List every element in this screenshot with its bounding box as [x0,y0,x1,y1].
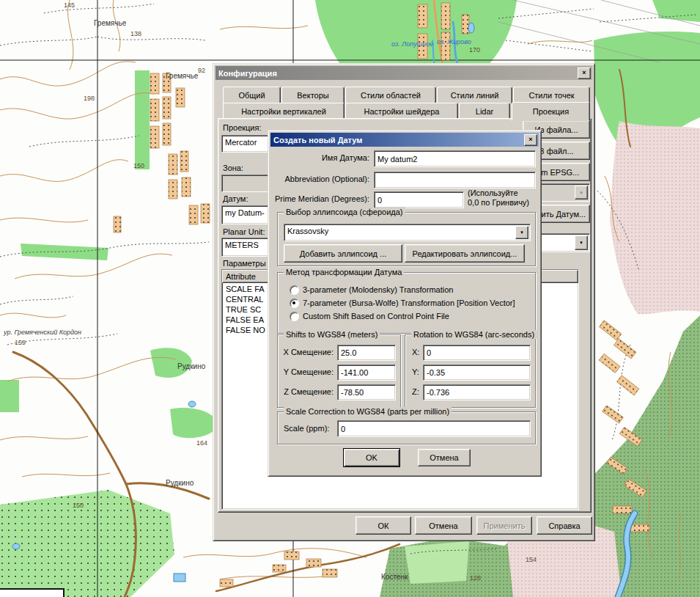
edit-ellipsoid-button[interactable]: Редактировать эллипсоид... [405,244,525,263]
rotation-group: Rotation to WGS84 (arc-seconds) X: Y: Z: [405,334,536,408]
radio-3-parameter-label[interactable]: 3-parameter (Molodensky) Transformation [303,285,453,294]
attribute-row[interactable]: FALSE NO [226,326,265,334]
map-label: ур. Гремяченский Кордон [4,329,81,336]
prime-meridian-field[interactable] [374,191,464,208]
abbreviation-label: Abbreviation (Optional): [276,175,369,183]
map-label: 159 [15,339,26,346]
radio-custom-shift[interactable] [290,312,299,321]
radio-3-parameter[interactable] [290,285,299,295]
datum-label: Датум: [223,194,248,203]
prime-meridian-label: Prime Meridian (Degrees): [271,194,369,203]
radio-custom-shift-label[interactable]: Custom Shift Based on Control Point File [303,312,449,321]
scale-field[interactable] [337,420,531,437]
shift-x-label: X Смещение: [281,348,334,356]
rotation-z-label: Z: [412,387,419,396]
scale-label: Scale (ppm): [284,424,329,433]
map-label: Гремячье [94,19,126,27]
datum-name-field[interactable] [374,150,536,167]
shift-y-label: Y Смещение: [281,367,334,376]
prime-meridian-note-line1: (Используйте [468,188,518,197]
map-label: Рудкино [177,362,205,370]
create-datum-dialog: Создать новый Датум × Имя Датума: Abbrev… [268,130,542,477]
map-label: 128 [470,574,481,582]
rotation-x-label: X: [412,348,419,356]
create-datum-title: Создать новый Датум [273,136,362,144]
projection-label: Проекция: [223,123,262,132]
transformation-method-group: Метод трансформации Датума 3-parameter (… [277,272,536,334]
config-apply-button: Применить [476,516,532,535]
datum-name-label: Имя Датума: [276,153,369,162]
prime-meridian-note-line2: 0,0 по Гринвичу) [468,198,529,207]
parameters-label: Параметры [223,259,266,268]
map-label: оз. Жирово [437,38,471,45]
rotation-group-label: Rotation to WGS84 (arc-seconds) [411,330,537,339]
attribute-row[interactable]: SCALE FA [226,285,265,293]
add-ellipsoid-button[interactable]: Добавить эллипсоид ... [284,244,402,263]
map-label: 154 [526,556,537,563]
rotation-y-label: Y: [412,367,419,376]
map-neatline-box [0,588,65,597]
map-label: Рудкино [166,479,194,487]
shift-z-label: Z Смещение: [281,387,334,396]
zone-label: Зона: [223,164,243,172]
datum-ok-button[interactable]: OK [343,448,400,467]
tab-general[interactable]: Общий [223,87,281,104]
scale-group-label: Scale Correction to WGS84 (parts per mil… [284,407,452,416]
config-ok-button[interactable]: ОК [355,516,411,535]
map-label: 145 [64,1,75,9]
map-label: 138 [130,30,141,37]
radio-7-parameter[interactable] [290,298,299,308]
planar-unit-label: Planar Unit: [223,227,265,236]
map-label: 150 [133,162,144,169]
map-label: 198 [84,95,95,102]
ellipsoid-combo[interactable]: Krassovsky ▼ [284,224,531,241]
chevron-down-icon: ▼ [575,186,588,199]
map-label: Костенк [381,573,408,581]
config-cancel-button[interactable]: Отмена [415,516,472,535]
map-label: 170 [469,46,480,54]
map-label: 164 [196,439,207,447]
ellipsoid-group: Выбор эллипсоида (сфероида) Krassovsky ▼… [277,212,536,266]
map-label: оз. Лопушное [391,40,433,48]
config-titlebar[interactable]: Конфигурация × [215,66,592,80]
config-help-button[interactable]: Справка [537,516,592,535]
scale-group: Scale Correction to WGS84 (parts per mil… [277,411,536,444]
close-icon[interactable]: × [578,67,591,79]
shift-x-field[interactable] [337,345,396,361]
shifts-group: Shifts to WGS84 (meters) X Смещение: Y С… [277,334,401,408]
attribute-row[interactable]: TRUE SC [226,305,261,314]
config-title: Конфигурация [218,69,277,78]
map-label: 150 [73,502,84,509]
map-label: Гремячье [166,72,198,80]
attribute-row[interactable]: FALSE EA [226,315,264,324]
datum-cancel-button[interactable]: Отмена [418,449,471,466]
map-label: 92 [198,67,205,74]
rotation-z-field[interactable] [423,384,531,400]
tab-area-styles[interactable]: Стили областей [345,87,436,104]
tab-line-styles[interactable]: Стили линий [437,87,512,104]
chevron-down-icon[interactable]: ▼ [515,226,528,239]
shift-y-field[interactable] [337,365,396,381]
tab-vectors[interactable]: Векторы [281,87,345,104]
create-datum-titlebar[interactable]: Создать новый Датум × [270,133,539,147]
attribute-row[interactable]: CENTRAL [226,295,263,304]
ellipsoid-group-label: Выбор эллипсоида (сфероида) [284,208,405,216]
rotation-x-field[interactable] [423,345,531,361]
shifts-group-label: Shifts to WGS84 (meters) [284,330,380,339]
abbreviation-field[interactable] [374,172,536,188]
chevron-down-icon[interactable]: ▼ [575,235,588,250]
transformation-method-group-label: Метод трансформации Датума [284,268,404,276]
rotation-y-field[interactable] [423,365,531,381]
shift-z-field[interactable] [337,384,396,400]
close-icon[interactable]: × [524,134,537,146]
radio-7-parameter-label[interactable]: 7-parameter (Bursa-Wolfe) Transformation… [303,298,515,307]
tab-projection[interactable]: Проекция [512,102,590,121]
